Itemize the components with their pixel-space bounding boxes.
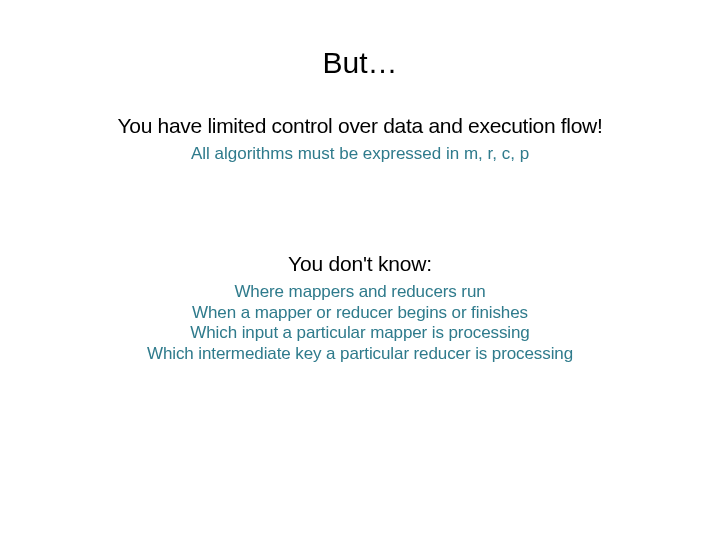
section1-heading: You have limited control over data and e… bbox=[0, 114, 720, 138]
bullet-item: Which intermediate key a particular redu… bbox=[0, 344, 720, 365]
section1-detail: All algorithms must be expressed in m, r… bbox=[0, 144, 720, 164]
section2-heading: You don't know: bbox=[0, 252, 720, 276]
bullet-item: When a mapper or reducer begins or finis… bbox=[0, 303, 720, 324]
slide-title: But… bbox=[0, 0, 720, 80]
section2-bullets: Where mappers and reducers run When a ma… bbox=[0, 282, 720, 365]
slide: But… You have limited control over data … bbox=[0, 0, 720, 540]
bullet-item: Which input a particular mapper is proce… bbox=[0, 323, 720, 344]
bullet-item: Where mappers and reducers run bbox=[0, 282, 720, 303]
